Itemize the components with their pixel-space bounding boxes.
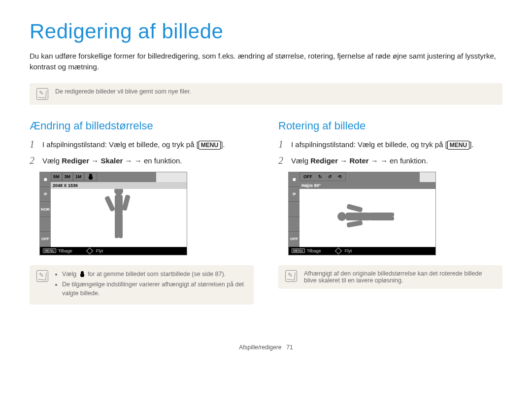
note-text: Afhængigt af den originale billedstørrel… xyxy=(304,270,496,284)
step-1-resize: 1 I afspilningstilstand: Vælg et billede… xyxy=(30,139,254,150)
left-slot: ⟳ xyxy=(289,187,299,202)
svg-rect-4 xyxy=(115,214,119,238)
step-1-rotate: 1 I afspilningstilstand: Vælg et billede… xyxy=(278,139,502,150)
intro-paragraph: Du kan udføre forskellige former for bil… xyxy=(30,51,502,72)
column-resize: Ændring af billedstørrelse 1 I afspilnin… xyxy=(30,120,254,305)
screen-bottom-bar: MENU Tilbage Flyt xyxy=(289,247,435,255)
note-box-right: Afhængigt af den originale billedstørrel… xyxy=(278,265,502,289)
camera-screen-rotate: ◼ ⟳ OFF OFF ↻ ↺ ⟲ xyxy=(288,172,436,255)
bottom-bar-move: Flyt xyxy=(336,248,352,253)
step-number: 1 xyxy=(278,139,286,149)
page-footer: Afspille/redigere 71 xyxy=(30,344,502,351)
footer-page-number: 71 xyxy=(286,344,293,351)
note-icon xyxy=(36,88,48,100)
bottom-bar-back: MENU Tilbage xyxy=(292,248,321,253)
subheading-rotate: Rotering af billede xyxy=(278,120,502,132)
screen-canvas xyxy=(299,182,435,247)
svg-rect-3 xyxy=(122,194,131,211)
svg-rect-8 xyxy=(346,204,363,213)
size-tab: 3M xyxy=(62,172,73,181)
svg-rect-5 xyxy=(119,214,123,238)
screen-readout: 2048 X 1536 xyxy=(51,182,187,189)
left-slot xyxy=(289,202,299,216)
footer-section: Afspille/redigere xyxy=(239,344,281,351)
note-icon xyxy=(36,270,48,282)
svg-rect-9 xyxy=(346,220,363,227)
silhouette-lying xyxy=(333,202,402,233)
svg-rect-2 xyxy=(104,195,116,212)
menu-button-label: MENU xyxy=(447,141,469,150)
note-bullet: Vælg for at gemme billedet som startbill… xyxy=(62,270,247,279)
note-text: De redigerede billeder vil blive gemt so… xyxy=(55,88,191,95)
left-slot: OFF xyxy=(40,232,51,247)
page-title: Redigering af billede xyxy=(30,20,502,43)
subheading-resize: Ændring af billedstørrelse xyxy=(30,120,254,132)
size-tab: 1M xyxy=(73,172,84,181)
screen-canvas xyxy=(51,182,187,247)
left-slot xyxy=(40,217,51,232)
two-columns: Ændring af billedstørrelse 1 I afspilnin… xyxy=(30,120,502,305)
bottom-bar-move: Flyt xyxy=(87,248,103,253)
screen-readout: Højre 90° xyxy=(299,182,435,189)
note-box-top: De redigerede billeder vil blive gemt so… xyxy=(30,83,502,105)
svg-rect-11 xyxy=(369,216,394,220)
step-2-rotate: 2 Vælg Rediger → Roter → → en funktion. xyxy=(278,155,502,166)
left-slot xyxy=(289,217,299,232)
step-text: Vælg Rediger → Roter → → en funktion. xyxy=(291,155,428,166)
rotate-off-icon: OFF xyxy=(302,174,314,180)
svg-point-6 xyxy=(337,212,346,221)
dpad-icon xyxy=(335,247,342,254)
svg-rect-10 xyxy=(369,213,394,216)
step-number: 1 xyxy=(30,139,37,149)
screen-bottom-bar: MENU Tilbage Flyt xyxy=(40,247,187,255)
step-text: Vælg Rediger → Skaler → → en funktion. xyxy=(42,155,182,166)
size-tab: 5M xyxy=(51,172,62,181)
dpad-icon xyxy=(86,247,93,254)
person-icon xyxy=(88,174,94,180)
note-bullets: Vælg for at gemme billedet som startbill… xyxy=(55,270,247,300)
step-number: 2 xyxy=(30,155,37,165)
menu-button-label: MENU xyxy=(199,141,221,150)
rotate-icons-row: OFF ↻ ↺ ⟲ xyxy=(299,172,346,181)
manual-page: Redigering af billede Du kan udføre fors… xyxy=(0,0,532,366)
screen-left-icons: ◼ ⟳ OFF xyxy=(289,172,299,247)
bottom-bar-back: MENU Tilbage xyxy=(43,248,72,253)
left-slot: ◼ xyxy=(40,172,51,187)
menu-icon: MENU xyxy=(43,248,56,253)
silhouette-standing xyxy=(101,185,136,244)
step-text: I afspilningstilstand: Vælg et billede, … xyxy=(42,139,225,150)
menu-icon: MENU xyxy=(292,248,305,253)
screen-left-icons: ◼ ⟳ NOR OFF xyxy=(40,172,51,247)
screen-top-tabs: OFF ↻ ↺ ⟲ xyxy=(299,172,420,182)
camera-screen-resize: ◼ ⟳ NOR OFF 5M 3M 1M xyxy=(39,172,187,255)
note-icon xyxy=(285,270,297,282)
note-box-left: Vælg for at gemme billedet som startbill… xyxy=(30,265,254,305)
svg-rect-1 xyxy=(115,195,123,215)
screen-top-tabs: 5M 3M 1M xyxy=(51,172,156,182)
size-tab xyxy=(84,172,97,181)
rotate-left-icon: ↺ xyxy=(327,174,333,180)
left-slot: ◼ xyxy=(289,172,299,187)
rotate-right-icon: ↻ xyxy=(317,174,324,180)
left-slot: NOR xyxy=(40,202,51,216)
step-number: 2 xyxy=(278,155,286,165)
column-rotate: Rotering af billede 1 I afspilningstilst… xyxy=(278,120,502,305)
left-slot: OFF xyxy=(289,232,299,247)
rotate-180-icon: ⟲ xyxy=(336,174,343,180)
left-slot: ⟳ xyxy=(40,187,51,202)
svg-rect-7 xyxy=(346,213,370,220)
step-text: I afspilningstilstand: Vælg et billede, … xyxy=(291,139,474,150)
note-bullet: De tilgængelige indstillinger varierer a… xyxy=(62,280,247,298)
step-2-resize: 2 Vælg Rediger → Skaler → → en funktion. xyxy=(30,155,254,166)
person-icon xyxy=(79,271,85,277)
